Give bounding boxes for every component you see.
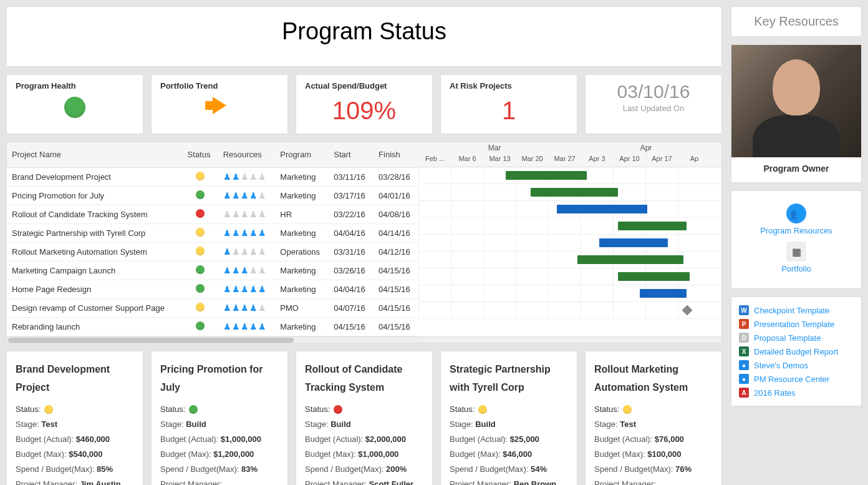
- lab-bm: Budget (Max):: [160, 449, 211, 459]
- status-dot-icon: [623, 405, 632, 414]
- person-icon: ♟: [241, 303, 249, 313]
- table-row[interactable]: Strategic Partnership with Tyrell Corp ♟…: [7, 223, 418, 242]
- file-link[interactable]: Presentation Template: [754, 320, 834, 329]
- gantt-bar[interactable]: [599, 238, 668, 247]
- file-row[interactable]: ●Steve's Demos: [739, 358, 854, 372]
- gantt-bar[interactable]: [557, 205, 647, 213]
- cell-resources: ♟♟♟♟♟: [218, 223, 276, 242]
- project-card[interactable]: Rollout Marketing Automation System Stat…: [585, 351, 722, 486]
- cell-status: [183, 242, 218, 261]
- file-icon: P: [739, 319, 749, 329]
- val-sbm: 76%: [675, 464, 692, 474]
- file-link[interactable]: Proposal Template: [754, 333, 821, 343]
- file-row[interactable]: ●PM Resource Center: [739, 372, 854, 386]
- gantt-row: [418, 235, 721, 252]
- file-row[interactable]: PPresentation Template: [739, 317, 854, 331]
- file-row[interactable]: DProposal Template: [739, 331, 854, 345]
- cell-name: Pricing Promotion for July: [7, 186, 183, 205]
- cell-start: 03/31/16: [329, 242, 374, 261]
- card-title: Pricing Promotion for July: [160, 360, 279, 397]
- kpi-health: Program Health: [6, 74, 143, 134]
- col-resources[interactable]: Resources: [218, 142, 276, 167]
- resources-link[interactable]: Program Resources: [736, 226, 856, 235]
- table-row[interactable]: Rollout of Candidate Tracking System ♟♟♟…: [7, 205, 418, 223]
- lab-pm: Project Manager:: [594, 479, 656, 485]
- person-icon: ♟: [232, 303, 240, 313]
- project-card[interactable]: Rollout of Candidate Tracking System Sta…: [296, 351, 433, 486]
- table-row[interactable]: Rollout Marketing Automation System ♟♟♟♟…: [7, 242, 418, 261]
- file-link[interactable]: PM Resource Center: [754, 375, 829, 384]
- file-link[interactable]: Detailed Budget Report: [754, 347, 838, 356]
- gantt-bar[interactable]: [506, 171, 587, 180]
- file-link[interactable]: Checkpoint Template: [754, 306, 829, 315]
- person-icon: ♟: [249, 247, 258, 257]
- gantt-bar[interactable]: [618, 272, 690, 281]
- person-icon: ♟: [258, 247, 266, 257]
- gantt-bar[interactable]: [531, 188, 618, 197]
- file-link[interactable]: 2016 Rates: [754, 388, 796, 398]
- cell-program: Operations: [275, 242, 329, 261]
- cell-start: 03/22/16: [329, 205, 374, 223]
- lab-status: Status:: [450, 402, 475, 417]
- kpi-trend: Portfolio Trend: [151, 74, 288, 134]
- person-icon: ♟: [223, 209, 231, 219]
- person-icon: ♟: [223, 284, 231, 294]
- people-icon[interactable]: 👥: [786, 203, 806, 223]
- lab-pm: Project Manager:: [160, 479, 222, 485]
- person-icon: ♟: [241, 265, 249, 275]
- cell-resources: ♟♟♟♟♟: [218, 298, 276, 317]
- col-finish[interactable]: Finish: [374, 142, 418, 167]
- cell-name: Rebranding launch: [7, 317, 183, 336]
- file-row[interactable]: XDetailed Budget Report: [739, 345, 854, 358]
- person-icon: ♟: [223, 172, 231, 182]
- file-row[interactable]: A2016 Rates: [739, 386, 854, 399]
- project-card[interactable]: Strategic Partnership with Tyrell Corp S…: [440, 351, 577, 486]
- table-row[interactable]: Rebranding launch ♟♟♟♟♟ Marketing 04/15/…: [7, 317, 418, 336]
- kpi-label: Program Health: [16, 81, 134, 91]
- green-dot-icon: [64, 97, 85, 118]
- cell-resources: ♟♟♟♟♟: [218, 261, 276, 280]
- gantt-bar[interactable]: [618, 222, 687, 230]
- person-icon: ♟: [241, 284, 249, 294]
- file-icon: D: [739, 333, 749, 343]
- person-icon: ♟: [258, 209, 266, 219]
- gantt-bar[interactable]: [640, 289, 687, 298]
- lab-pm: Project Manager:: [16, 479, 77, 485]
- cell-resources: ♟♟♟♟♟: [218, 280, 276, 298]
- milestone-icon[interactable]: [682, 305, 693, 316]
- table-row[interactable]: Brand Development Project ♟♟♟♟♟ Marketin…: [7, 167, 418, 186]
- lab-ba: Budget (Actual):: [16, 434, 74, 444]
- table-row[interactable]: Design revamp of Customer Support Page ♟…: [7, 298, 418, 317]
- file-link[interactable]: Steve's Demos: [754, 361, 808, 370]
- cell-resources: ♟♟♟♟♟: [218, 242, 276, 261]
- col-program[interactable]: Program: [275, 142, 329, 167]
- table-row[interactable]: Home Page Redesign ♟♟♟♟♟ Marketing 04/04…: [7, 280, 418, 298]
- table-row[interactable]: Pricing Promotion for July ♟♟♟♟♟ Marketi…: [7, 186, 418, 205]
- project-card[interactable]: Brand Development Project Status: Stage:…: [6, 351, 143, 486]
- val-stage: Test: [41, 419, 57, 429]
- val-stage: Build: [475, 419, 496, 429]
- cell-finish: 04/15/16: [374, 280, 418, 298]
- person-icon: ♟: [232, 247, 240, 257]
- grid-icon[interactable]: ▦: [786, 242, 806, 262]
- col-name[interactable]: Project Name: [7, 142, 183, 167]
- file-row[interactable]: WCheckpoint Template: [739, 303, 854, 317]
- person-icon: ♟: [258, 228, 266, 238]
- col-status[interactable]: Status: [183, 142, 218, 167]
- lab-ba: Budget (Actual):: [305, 434, 363, 444]
- horizontal-scrollbar[interactable]: [7, 336, 721, 343]
- gantt-bar[interactable]: [577, 255, 683, 264]
- status-dot-icon: [196, 209, 205, 218]
- lab-bm: Budget (Max):: [450, 449, 501, 459]
- val-sbm: 200%: [386, 464, 407, 474]
- project-table: Project Name Status Resources Program St…: [7, 142, 418, 336]
- table-row[interactable]: Marketing Campaign Launch ♟♟♟♟♟ Marketin…: [7, 261, 418, 280]
- val-bm: $1,000,000: [358, 449, 398, 459]
- col-start[interactable]: Start: [329, 142, 374, 167]
- gantt-chart: MarApr Feb ...Mar 6Mar 13Mar 20Mar 27Apr…: [418, 142, 721, 336]
- cell-finish: 04/08/16: [374, 205, 418, 223]
- project-card[interactable]: Pricing Promotion for July Status: Stage…: [151, 351, 288, 486]
- cell-start: 04/04/16: [329, 223, 374, 242]
- portfolio-link[interactable]: Portfolio: [736, 264, 856, 273]
- file-icon: ●: [739, 374, 749, 384]
